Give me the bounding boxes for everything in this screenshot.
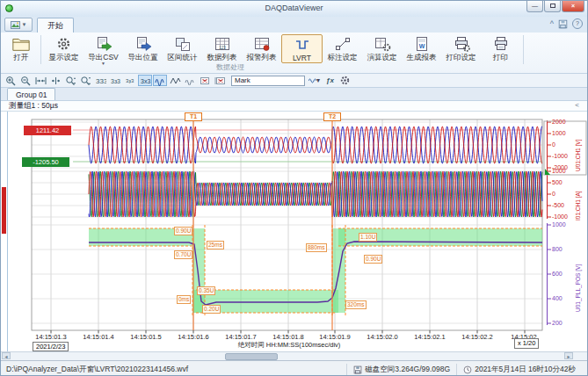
measure-group-label: 测量组1 : 50µs — [9, 101, 58, 112]
ribbon-button-open[interactable]: 打开 — [4, 34, 38, 61]
waveform-chart[interactable]: 1211.42 -1205.50 T1 T2 0.90U25ms0.70U0ms… — [1, 112, 587, 351]
ribbon-button-export-csv[interactable]: 导出CSV▼ — [83, 34, 123, 65]
clear-cursor-icon[interactable] — [198, 75, 212, 86]
maximize-icon — [550, 4, 555, 8]
upper-cursor-value[interactable]: 1211.42 — [24, 126, 71, 135]
zoom-out-icon[interactable] — [18, 75, 33, 86]
clear-all-cursors-icon[interactable] — [213, 75, 227, 86]
ribbon-button-display-settings[interactable]: 显示设定 — [44, 34, 83, 61]
save-icon[interactable] — [558, 19, 568, 29]
window-title: DAQDataViewer — [1, 4, 587, 12]
ribbon-button-print[interactable]: 打印 — [481, 34, 520, 61]
waveform-canvas[interactable] — [1, 112, 587, 351]
svg-text:333: 333 — [96, 77, 106, 85]
lvrt-annotation-label: 0.70U — [174, 250, 192, 259]
date-label: 2021/2/23 — [33, 342, 69, 351]
ribbon-group-label: 数据处理 — [173, 62, 287, 72]
axis-tick-label: 1000 — [552, 221, 566, 228]
ribbon-button-data-list[interactable]: 123数据列表 — [202, 34, 242, 61]
ribbon-button-range-statistics[interactable]: 区间统计 — [163, 34, 202, 61]
lvrt-annotation-label: 0.90U — [364, 255, 382, 264]
ribbon-button-label: 数据列表 — [207, 53, 237, 61]
annotation-icon — [333, 35, 352, 53]
axis-tick-label: 500 — [552, 179, 563, 186]
axis-tick-label: 0 — [552, 141, 555, 148]
scroll-right-icon[interactable]: ► — [564, 352, 573, 359]
x-tick-label: 14:15:02.1 — [414, 333, 445, 341]
vscale-medium-icon[interactable]: 3з3 — [108, 75, 122, 86]
tab-start[interactable]: 开始 — [37, 18, 74, 33]
x-tick-label: 14:15:01.8 — [272, 333, 303, 341]
lower-cursor-value[interactable]: -1205.50 — [22, 157, 69, 167]
minimize-button[interactable]: — — [526, 1, 543, 12]
ribbon-button-label: 报警列表 — [247, 53, 277, 61]
disk-space-text: 磁盘空间3.264G/99.098G — [365, 365, 450, 375]
ribbon-button-label: 演算设定 — [367, 53, 397, 61]
marker-dropdown-button[interactable]: ▾ — [306, 76, 323, 86]
zoom-scale-label: x 1/20 — [514, 338, 539, 349]
wave-line-icon[interactable] — [183, 75, 197, 86]
x-tick-label: 14:15:02.2 — [461, 333, 492, 341]
vscale-grid-icon[interactable]: 3x3 — [138, 75, 152, 86]
app-window: DAQDataViewer — × ▼ 开始 ^ ? 打开显示设定导出CSV▼导… — [0, 0, 588, 376]
ribbon-button-export-position[interactable]: 导出位置 — [123, 34, 163, 61]
dropdown-arrow-icon: ▾ — [316, 76, 320, 84]
maximize-button[interactable] — [544, 1, 561, 12]
ribbon-button-label: 生成报表 — [407, 53, 437, 61]
datetime-status: 2021年5月14日 16时10分42秒 — [456, 364, 582, 375]
app-menu-button[interactable]: ▼ — [4, 18, 33, 32]
calc-icon — [373, 35, 392, 53]
vscale-large-icon[interactable]: 333 — [93, 75, 107, 86]
tab-group-01[interactable]: Group 01 — [7, 88, 55, 100]
svg-text:3ҙ3: 3ҙ3 — [126, 78, 134, 83]
h-expand-icon[interactable] — [48, 75, 62, 86]
close-button[interactable]: × — [562, 1, 584, 12]
ribbon-button-label: 打印 — [493, 53, 508, 61]
ribbon-button-print-settings[interactable]: 打印设定 — [441, 34, 481, 61]
ribbon-button-generate-report[interactable]: W生成报表 — [402, 34, 441, 61]
t1-cursor-flag[interactable]: T1 — [185, 112, 202, 121]
scrollbar-thumb[interactable] — [225, 353, 278, 360]
zoom-vertical-out-icon[interactable] — [78, 75, 92, 86]
ribbon-tab-row: ▼ 开始 ^ ? — [1, 17, 587, 33]
gear-icon — [340, 76, 350, 85]
ribbon-button-calculation-settings[interactable]: 演算设定 — [362, 34, 402, 61]
collapse-ribbon-icon[interactable]: ^ — [550, 19, 554, 28]
status-bar: D:\iPQAnalyzer_Data\开窗\LVRT\202102231414… — [1, 360, 587, 376]
wave-settings-button[interactable] — [338, 76, 352, 86]
fx-button[interactable]: ƒx — [323, 76, 337, 86]
datetime-text: 2021年5月14日 16时10分42秒 — [475, 365, 576, 375]
mark-input[interactable]: Mark — [231, 76, 305, 86]
range-stats-icon — [173, 35, 192, 53]
h-compress-icon[interactable] — [33, 75, 47, 86]
ribbon-button-label: 显示设定 — [49, 53, 79, 61]
t2-cursor-flag[interactable]: T2 — [323, 112, 341, 121]
zoom-vertical-in-icon[interactable] — [63, 75, 77, 86]
app-menu-arrow-icon: ▼ — [22, 22, 27, 27]
wave-smooth-icon[interactable] — [153, 75, 167, 86]
lvrt-annotation-label: 0.90U — [174, 227, 192, 235]
svg-text:3x3: 3x3 — [141, 78, 150, 84]
help-icon[interactable]: ? — [572, 18, 583, 29]
axis-tick-label: 1000 — [552, 130, 566, 137]
ribbon-button-label: 打印设定 — [446, 53, 476, 61]
dropdown-arrow-icon: ▼ — [101, 61, 105, 65]
ribbon-button-alarm-list[interactable]: 报警列表 — [242, 34, 281, 61]
scroll-left-icon[interactable]: ◄ — [2, 352, 11, 359]
vscale-small-icon[interactable]: 3ҙ3 — [123, 75, 137, 86]
wave-sharp-icon[interactable] — [168, 75, 182, 86]
collapse-panel-icon[interactable]: < — [575, 101, 579, 109]
x-tick-label: 14:15:01.7 — [225, 333, 256, 341]
marker-wave-icon — [309, 77, 316, 84]
lvrt-annotation-label: 0ms — [177, 295, 191, 304]
zoom-in-icon[interactable] — [4, 75, 18, 86]
x-tick-label: 14:15:02.0 — [367, 333, 397, 341]
horizontal-scrollbar[interactable]: ◄ ► — [1, 351, 587, 360]
gear-icon — [54, 35, 74, 53]
ribbon-button-lvrt[interactable]: LVRT — [281, 34, 323, 63]
ribbon: 打开显示设定导出CSV▼导出位置区间统计123数据列表报警列表LVRT标注设定演… — [1, 33, 587, 74]
x-axis-title: 绝对时间 HH:MM:SS(100msec/div) — [214, 341, 364, 350]
ribbon-button-annotation-settings[interactable]: 标注设定 — [323, 34, 362, 61]
lvrt-icon — [293, 36, 312, 54]
ribbon-button-label: 标注设定 — [328, 53, 358, 61]
